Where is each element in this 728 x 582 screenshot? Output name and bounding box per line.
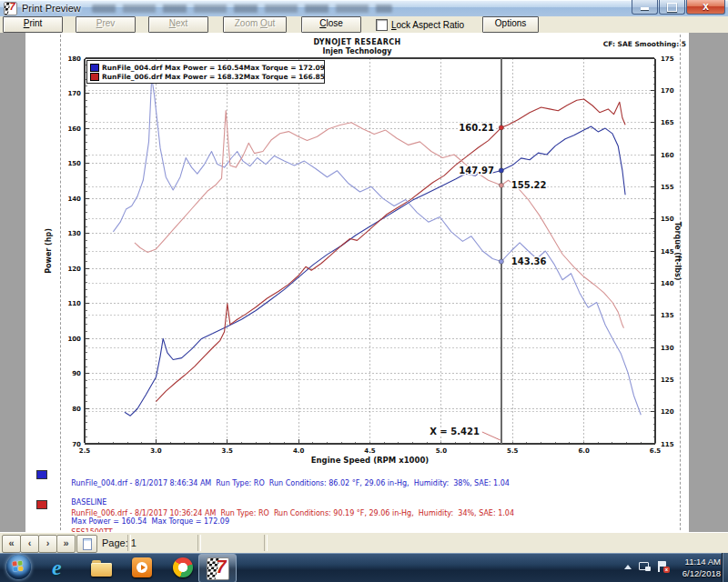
taskbar: e 7 x 11:14 AM 6/12/2018 (0, 553, 728, 582)
first-page-button[interactable]: « (2, 535, 21, 553)
show-desktop-button[interactable] (722, 553, 728, 582)
right-axis-label: Torque (ft-lbs) (673, 222, 682, 281)
run-004-conditions: RunFile_004.drf - 8/1/2017 8:46:34 AM Ru… (71, 479, 510, 487)
network-tray-icon[interactable] (639, 562, 651, 572)
svg-text:110: 110 (67, 300, 81, 307)
svg-text:145: 145 (661, 248, 674, 256)
svg-text:180: 180 (67, 55, 81, 63)
page-icon (83, 538, 92, 550)
taskbar-clock[interactable]: 11:14 AM 6/12/2018 (666, 556, 721, 579)
next-page-button[interactable]: › (38, 535, 57, 553)
curve-torque_RunFile_004 (113, 77, 641, 416)
svg-text:155: 155 (661, 184, 674, 191)
curve-torque_RunFile_006 (135, 111, 624, 328)
window-title: Print Preview (22, 3, 81, 14)
svg-text:170: 170 (67, 90, 81, 97)
svg-text:100: 100 (67, 336, 81, 343)
prev-button[interactable]: Prev (76, 16, 136, 33)
chart-grid (85, 58, 655, 444)
close-button[interactable]: x (686, 0, 725, 15)
readout-label: 155.22 (511, 180, 547, 190)
titlebar-redacted-text (92, 5, 392, 13)
statusbar-divider (197, 535, 201, 551)
svg-text:4.5: 4.5 (364, 447, 376, 455)
run-004-swatch (36, 470, 47, 479)
readout-dot (499, 183, 503, 187)
winpep-app-icon: 7 (4, 2, 17, 15)
titlebar: 7 Print Preview x (0, 0, 728, 16)
winpep-icon: 7 (207, 557, 229, 580)
readout-dot (499, 259, 503, 264)
start-button[interactable] (6, 555, 31, 579)
legend-row-runfile-004: RunFile_004.drf Max Power = 160.54 Max T… (90, 63, 321, 72)
svg-text:5.5: 5.5 (507, 447, 519, 455)
taskbar-chrome[interactable] (173, 557, 197, 579)
close-preview-button[interactable]: Close (301, 16, 361, 33)
svg-text:130: 130 (661, 345, 674, 352)
chart-legend: RunFile_004.drf Max Power = 160.54 Max T… (86, 60, 325, 84)
dyno-chart: 7080901001101201301401501601701801151201… (0, 33, 728, 532)
svg-text:175: 175 (661, 55, 674, 63)
windows-logo-icon (12, 560, 25, 573)
readout-dot (499, 168, 503, 173)
statusbar-divider (264, 535, 268, 551)
axis-tick-labels: 7080901001101201301401501601701801151201… (67, 55, 673, 456)
taskbar-winpep-active[interactable]: 7 (198, 554, 237, 582)
winpep-7-glyph: 7 (214, 557, 228, 577)
taskbar-internet-explorer[interactable]: e (52, 557, 76, 579)
svg-text:160: 160 (67, 125, 81, 133)
cursor-x-label: X = 5.421 (430, 426, 480, 436)
lock-aspect-ratio-label: Lock Aspect Ratio (391, 20, 464, 30)
svg-text:115: 115 (661, 441, 674, 448)
minimize-button[interactable] (632, 0, 658, 15)
svg-text:120: 120 (67, 266, 81, 273)
page-number-label: Page: 1 (102, 537, 136, 548)
svg-text:160: 160 (661, 152, 674, 159)
print-preview-window: 7 Print Preview x Print Prev Next Zoom O… (0, 0, 728, 582)
winpep-7-glyph: 7 (8, 2, 16, 12)
svg-text:90: 90 (72, 370, 81, 377)
readout-label: 160.21 (459, 123, 494, 133)
svg-text:3.0: 3.0 (150, 447, 162, 455)
svg-text:5.0: 5.0 (436, 447, 448, 455)
page-setup-button[interactable] (76, 535, 97, 553)
lock-aspect-ratio-checkbox[interactable]: Lock Aspect Ratio (376, 19, 464, 31)
minimize-icon (641, 7, 649, 10)
svg-text:135: 135 (661, 312, 674, 319)
svg-text:130: 130 (67, 230, 81, 237)
maximize-button[interactable] (659, 0, 685, 15)
system-tray: x (624, 561, 668, 572)
taskbar-media-player[interactable] (132, 557, 156, 579)
chrome-icon (173, 557, 193, 577)
legend-swatch-red (90, 73, 99, 81)
print-button[interactable]: Print (3, 16, 63, 33)
zoom-out-button[interactable]: Zoom Out (223, 16, 287, 33)
next-button[interactable]: Next (148, 16, 208, 33)
curve-power_RunFile_006 (156, 99, 625, 402)
svg-text:2.5: 2.5 (79, 447, 91, 455)
options-button[interactable]: Options (482, 16, 539, 33)
clock-time: 11:14 AM (685, 557, 721, 567)
prev-page-button[interactable]: ‹ (20, 535, 39, 553)
close-icon: x (703, 0, 709, 13)
svg-text:150: 150 (661, 216, 674, 223)
show-hidden-icons-button[interactable] (624, 565, 632, 569)
svg-text:6.0: 6.0 (578, 447, 590, 455)
checkbox-box[interactable] (376, 19, 388, 31)
last-page-button[interactable]: » (56, 535, 76, 553)
cursor-readouts: 160.21147.97155.22143.36 (459, 123, 546, 266)
taskbar-file-explorer[interactable] (91, 557, 115, 579)
readout-label: 143.36 (511, 256, 547, 266)
svg-text:140: 140 (67, 196, 81, 203)
svg-text:6.5: 6.5 (650, 447, 662, 455)
readout-dot (499, 125, 503, 130)
run-006-swatch (36, 500, 47, 509)
readout-label: 147.97 (459, 166, 494, 176)
preview-area: DYNOJET RESEARCH Injen Technology CF: SA… (0, 33, 728, 532)
svg-text:4.0: 4.0 (293, 447, 305, 455)
run-006-conditions: RunFile_006.drf - 8/1/2017 10:36:24 AM R… (71, 509, 514, 517)
svg-text:150: 150 (67, 160, 81, 167)
play-icon (141, 565, 146, 570)
left-axis-label: Power (hp) (45, 228, 53, 274)
statusbar-divider (127, 535, 131, 551)
